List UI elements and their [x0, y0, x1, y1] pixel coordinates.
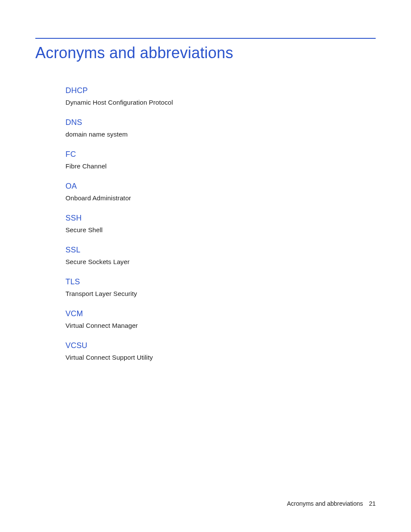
glossary-entry: SSL Secure Sockets Layer [65, 246, 376, 265]
term: TLS [65, 277, 376, 286]
definition: Secure Sockets Layer [65, 258, 376, 265]
definition: Transport Layer Security [65, 290, 376, 297]
definition: Virtual Connect Support Utility [65, 354, 376, 361]
term: VCM [65, 309, 376, 318]
glossary-entry: FC Fibre Channel [65, 150, 376, 170]
glossary-entry: OA Onboard Administrator [65, 182, 376, 202]
definition: Virtual Connect Manager [65, 322, 376, 329]
page-title: Acronyms and abbreviations [35, 44, 233, 62]
glossary-entry: VCSU Virtual Connect Support Utility [65, 341, 376, 361]
glossary-entry: DHCP Dynamic Host Configuration Protocol [65, 86, 376, 106]
term: SSL [65, 246, 376, 255]
glossary-content: DHCP Dynamic Host Configuration Protocol… [65, 86, 376, 373]
definition: Fibre Channel [65, 162, 376, 170]
definition: Dynamic Host Configuration Protocol [65, 99, 376, 106]
page-number: 21 [369, 500, 376, 507]
top-rule [35, 38, 376, 39]
term: DNS [65, 118, 376, 127]
term: FC [65, 150, 376, 159]
definition: Secure Shell [65, 226, 376, 233]
glossary-entry: DNS domain name system [65, 118, 376, 138]
glossary-entry: VCM Virtual Connect Manager [65, 309, 376, 329]
glossary-entry: TLS Transport Layer Security [65, 277, 376, 297]
definition: domain name system [65, 131, 376, 138]
term: OA [65, 182, 376, 191]
glossary-entry: SSH Secure Shell [65, 214, 376, 233]
term: SSH [65, 214, 376, 223]
page-footer: Acronyms and abbreviations 21 [287, 500, 376, 507]
definition: Onboard Administrator [65, 194, 376, 202]
term: DHCP [65, 86, 376, 95]
footer-section-label: Acronyms and abbreviations [287, 500, 363, 507]
term: VCSU [65, 341, 376, 350]
